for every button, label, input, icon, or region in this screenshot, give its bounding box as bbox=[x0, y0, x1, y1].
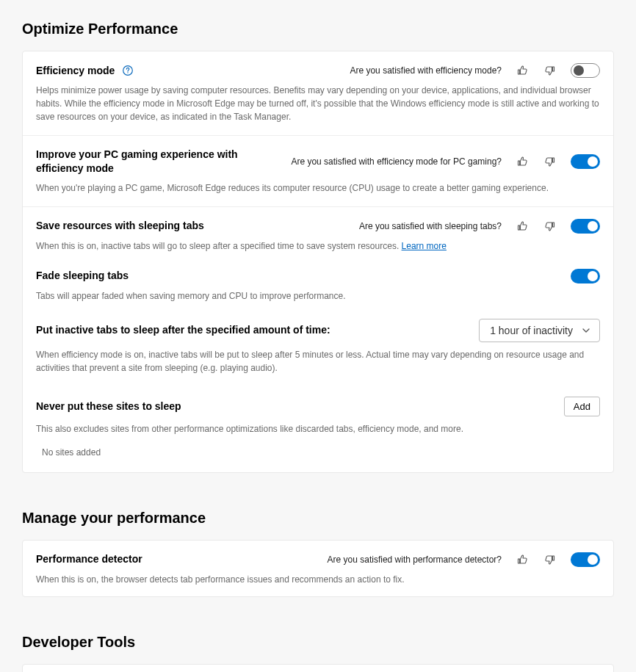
sleeping-tabs-feedback-question: Are you satisfied with sleeping tabs? bbox=[359, 221, 502, 231]
learn-more-link[interactable]: Learn more bbox=[402, 241, 447, 251]
fade-sleeping-tabs-toggle[interactable] bbox=[571, 269, 600, 283]
fade-sleeping-tabs-title: Fade sleeping tabs bbox=[36, 269, 129, 283]
svg-point-1 bbox=[128, 72, 129, 73]
section-heading-devtools: Developer Tools bbox=[22, 634, 614, 651]
performance-detector-title: Performance detector bbox=[36, 552, 142, 566]
help-icon[interactable] bbox=[122, 65, 134, 76]
thumbs-up-icon[interactable] bbox=[515, 154, 530, 169]
performance-detector-description: When this is on, the browser detects tab… bbox=[36, 573, 600, 586]
setting-never-sleep-sites: Never put these sites to sleep Add This … bbox=[36, 397, 600, 460]
fade-sleeping-tabs-description: Tabs will appear faded when saving memor… bbox=[36, 289, 600, 303]
efficiency-feedback-question: Are you satisfied with efficiency mode? bbox=[350, 65, 502, 76]
thumbs-down-icon[interactable] bbox=[543, 552, 557, 567]
never-sleep-empty-message: No sites added bbox=[36, 436, 600, 460]
inactive-sleep-time-title: Put inactive tabs to sleep after the spe… bbox=[36, 323, 330, 337]
thumbs-up-icon[interactable] bbox=[515, 552, 530, 567]
sleeping-tabs-description-text: When this is on, inactive tabs will go t… bbox=[36, 241, 402, 251]
optimize-performance-card: Efficiency mode Are you satisfied with e… bbox=[22, 51, 614, 473]
sleeping-tabs-toggle[interactable] bbox=[571, 219, 600, 234]
sleeping-tabs-title: Save resources with sleeping tabs bbox=[36, 219, 204, 233]
inactive-sleep-time-selected: 1 hour of inactivity bbox=[490, 325, 573, 336]
setting-inactive-sleep-time: Put inactive tabs to sleep after the spe… bbox=[36, 319, 600, 375]
setting-fade-sleeping-tabs: Fade sleeping tabs Tabs will appear fade… bbox=[36, 269, 600, 303]
manage-performance-card: Performance detector Are you satisfied w… bbox=[22, 540, 614, 597]
section-heading-optimize: Optimize Performance bbox=[22, 21, 614, 37]
setting-f12-devtools: Use F12 key to open the Developer tools bbox=[23, 665, 613, 672]
efficiency-mode-title: Efficiency mode bbox=[36, 64, 115, 78]
add-site-button[interactable]: Add bbox=[564, 397, 600, 416]
setting-performance-detector: Performance detector Are you satisfied w… bbox=[23, 541, 613, 596]
thumbs-down-icon[interactable] bbox=[543, 219, 557, 234]
pc-gaming-title: Improve your PC gaming experience with e… bbox=[36, 148, 281, 176]
efficiency-mode-toggle[interactable] bbox=[571, 63, 600, 78]
pc-gaming-toggle[interactable] bbox=[571, 154, 600, 169]
setting-efficiency-mode: Efficiency mode Are you satisfied with e… bbox=[23, 51, 613, 136]
thumbs-up-icon[interactable] bbox=[515, 219, 530, 234]
pc-gaming-feedback-question: Are you satisfied with efficiency mode f… bbox=[291, 156, 502, 167]
pc-gaming-description: When you're playing a PC game, Microsoft… bbox=[36, 181, 600, 195]
setting-save-resources-sleeping-tabs: Save resources with sleeping tabs Are yo… bbox=[36, 219, 600, 253]
chevron-down-icon bbox=[582, 326, 590, 335]
setting-pc-gaming-efficiency: Improve your PC gaming experience with e… bbox=[23, 136, 613, 207]
inactive-sleep-time-description: When efficiency mode is on, inactive tab… bbox=[36, 348, 600, 375]
setting-sleeping-tabs-group: Save resources with sleeping tabs Are yo… bbox=[23, 207, 613, 472]
thumbs-down-icon[interactable] bbox=[543, 154, 557, 169]
never-sleep-title: Never put these sites to sleep bbox=[36, 400, 181, 413]
section-heading-manage: Manage your performance bbox=[22, 510, 614, 527]
performance-detector-feedback-question: Are you satisfied with performance detec… bbox=[328, 554, 502, 565]
sleeping-tabs-description: When this is on, inactive tabs will go t… bbox=[36, 239, 600, 253]
never-sleep-description: This also excludes sites from other perf… bbox=[36, 422, 600, 436]
thumbs-down-icon[interactable] bbox=[543, 63, 557, 78]
efficiency-mode-description: Helps minimize power usage by saving com… bbox=[36, 84, 600, 123]
developer-tools-card: Use F12 key to open the Developer tools bbox=[22, 664, 614, 672]
inactive-sleep-time-dropdown[interactable]: 1 hour of inactivity bbox=[479, 319, 600, 342]
performance-detector-toggle[interactable] bbox=[571, 552, 600, 567]
thumbs-up-icon[interactable] bbox=[515, 63, 530, 78]
